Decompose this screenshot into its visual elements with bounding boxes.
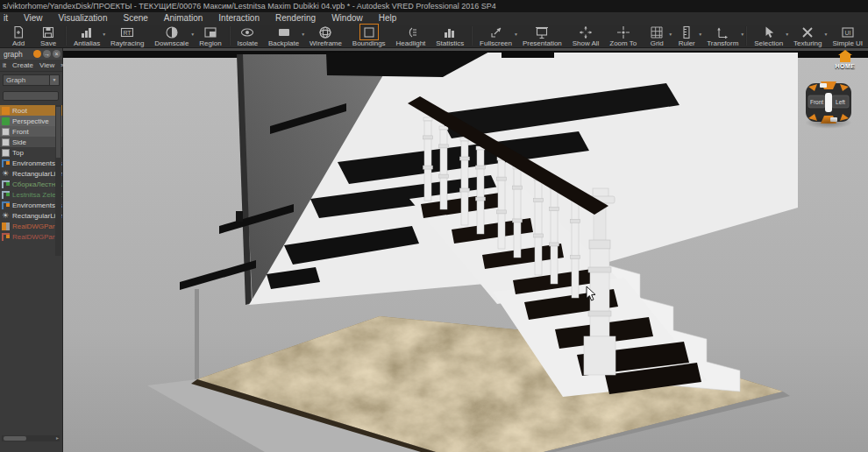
toolbar-label: Region [199, 39, 221, 47]
graph-type-dropdown[interactable]: Graph ▼ [3, 74, 60, 86]
menu-item-interaction[interactable]: Interaction [210, 12, 267, 25]
texturing-icon [800, 25, 815, 39]
toolbar-button-statistics[interactable]: Statistics [430, 25, 469, 47]
show-all-icon [578, 25, 594, 39]
tree-node-lestnitsa-zelenog[interactable]: Lestnitsa Zelenog [0, 189, 62, 200]
zoom-to-icon [615, 25, 631, 39]
menu-item-scene[interactable]: Scene [115, 12, 155, 25]
tree-node-rectangularlight[interactable]: ☀RectangularLight [0, 168, 62, 179]
menu-item-it[interactable]: it [2, 12, 16, 25]
panel-close-button[interactable]: × [53, 50, 60, 58]
tree-vertical-scrollbar[interactable] [55, 105, 61, 256]
toolbar-label: Texturing [793, 39, 822, 47]
toolbar-label: Presentation [523, 39, 562, 47]
toolbar-button-downscale[interactable]: ▼Downscale [149, 25, 194, 47]
toolbar-button-presentation[interactable]: Presentation [517, 25, 567, 47]
toolbar-button-texturing[interactable]: ▼Texturing [788, 25, 827, 47]
tree-node-rectangularlight[interactable]: ☀RectangularLight [0, 210, 62, 221]
toolbar-button-antialias[interactable]: ▼Antialias [68, 25, 105, 47]
transform-icon [715, 25, 730, 39]
scenegraph-menu-edit[interactable]: it [3, 61, 6, 69]
tree-node-front[interactable]: Front [0, 126, 62, 137]
staircase-3d-scene [63, 48, 868, 452]
view-cube-corner-edge[interactable] [825, 93, 832, 112]
toolbar-button-raytracing[interactable]: RTRaytracing [105, 25, 149, 47]
menu-item-animation[interactable]: Animation [156, 12, 210, 25]
tree-hscroll-thumb[interactable] [4, 436, 26, 441]
menu-item-rendering[interactable]: Rendering [267, 12, 324, 25]
toolbar-button-headlight[interactable]: Headlight [391, 25, 431, 47]
toolbar-button-backplate[interactable]: ▼Backplate [263, 25, 304, 47]
toolbar-button-selection[interactable]: ▼Selection [749, 25, 788, 47]
menu-bar: itViewVisualizationSceneAnimationInterac… [0, 12, 868, 25]
tree-node-сборкалестница[interactable]: СборкаЛестница [0, 179, 62, 189]
antialias-icon [79, 25, 95, 39]
tree-node-environmentstran[interactable]: EnvironmentsTran [0, 200, 62, 210]
hscroll-right-arrow-icon[interactable]: ▸ [56, 435, 59, 441]
tree-vscroll-thumb[interactable] [56, 107, 60, 158]
cam-ortho-icon [2, 149, 10, 157]
toolbar-button-boundings[interactable]: Boundings [347, 25, 391, 47]
toolbar-button-wireframe[interactable]: Wireframe [304, 25, 347, 47]
home-button[interactable]: HOME [828, 55, 863, 69]
menu-item-view[interactable]: View [16, 12, 51, 25]
headlight-icon [402, 25, 418, 39]
tree-node-perspective[interactable]: Perspective [0, 116, 62, 126]
scenegraph-menu-create[interactable]: Create [12, 61, 33, 69]
panel-pin-button[interactable] [33, 50, 41, 58]
tree-node-realdwgpart-m[interactable]: RealDWGPart - M [0, 221, 62, 231]
render-viewport[interactable]: HOME Front Left [63, 48, 868, 452]
view-cube[interactable]: Front Left [800, 78, 857, 131]
toolbar-button-transform[interactable]: ▼Transform [701, 25, 743, 47]
raytracing-icon: RT [119, 25, 135, 39]
scenegraph-panel-header[interactable]: graph → × [0, 48, 62, 60]
toolbar-button-grid[interactable]: ▼Grid [642, 25, 672, 47]
toolbar-label: Wireframe [309, 39, 342, 47]
scenegraph-search-input[interactable] [3, 91, 59, 101]
wireframe-icon [317, 25, 333, 39]
panel-undock-button[interactable]: → [43, 50, 51, 58]
svg-text:RT: RT [124, 29, 132, 35]
save-icon [40, 25, 56, 39]
toolbar-label: Zoom To [609, 39, 637, 47]
tree-node-realdwgpart1-m[interactable]: RealDWGPart1 - M [0, 231, 62, 242]
toolbar-button-fullscreen[interactable]: ▼Fullscreen [474, 25, 517, 47]
tree-node-side[interactable]: Side [0, 137, 62, 147]
tree-horizontal-scrollbar[interactable]: ▸ [2, 435, 60, 441]
toolbar-separator [471, 26, 473, 46]
home-label: HOME [828, 63, 863, 69]
home-icon [840, 55, 850, 62]
toolbar-button-show-all[interactable]: Show All [567, 25, 605, 47]
dwg2-icon [2, 233, 10, 241]
tree-node-label: Side [12, 138, 26, 146]
tree-node-environmentstran[interactable]: EnvironmentsTran [0, 158, 62, 168]
toolbar-button-isolate[interactable]: Isolate [232, 25, 264, 47]
toolbar-button-zoom-to[interactable]: Zoom To [604, 25, 642, 47]
toolbar-label: Isolate [238, 39, 259, 47]
view-cube-front-label: Front [810, 99, 823, 105]
toolbar-label: Save [40, 39, 56, 47]
toolbar-button-simple-ui[interactable]: UISimple UI [827, 25, 868, 47]
fullscreen-icon [488, 25, 504, 39]
simple-ui-icon: UI [840, 25, 856, 39]
toolbar-label: Raytracing [110, 39, 144, 47]
tree-node-label: Perspective [12, 117, 49, 125]
dropdown-caret-icon[interactable]: ▼ [740, 32, 744, 37]
tree-node-root[interactable]: Root [0, 105, 62, 116]
toolbar-button-region[interactable]: Region [194, 25, 226, 47]
toolbar-separator [65, 26, 67, 46]
statistics-icon [442, 25, 458, 39]
scenegraph-menu-view[interactable]: View [39, 61, 54, 69]
scenegraph-tree: RootPerspectiveFrontSideTopEnvironmentsT… [0, 105, 62, 242]
title-bar[interactable]: s/viktorhome/YandexDisk/ПРОЕКТЫ - ТЕКУЩИ… [0, 0, 868, 12]
menu-item-help[interactable]: Help [371, 12, 405, 25]
toolbar-button-ruler[interactable]: ▼Ruler [672, 25, 701, 47]
toolbar-label: Transform [707, 39, 738, 47]
menu-item-visualization[interactable]: Visualization [51, 12, 116, 25]
toolbar-button-add[interactable]: Add [4, 25, 33, 47]
tree-node-top[interactable]: Top [0, 147, 62, 158]
toolbar-button-save[interactable]: Save [33, 25, 63, 47]
scenegraph-menu-overflow[interactable]: » [60, 61, 64, 69]
menu-item-window[interactable]: Window [324, 12, 371, 25]
grid-icon [649, 25, 665, 39]
